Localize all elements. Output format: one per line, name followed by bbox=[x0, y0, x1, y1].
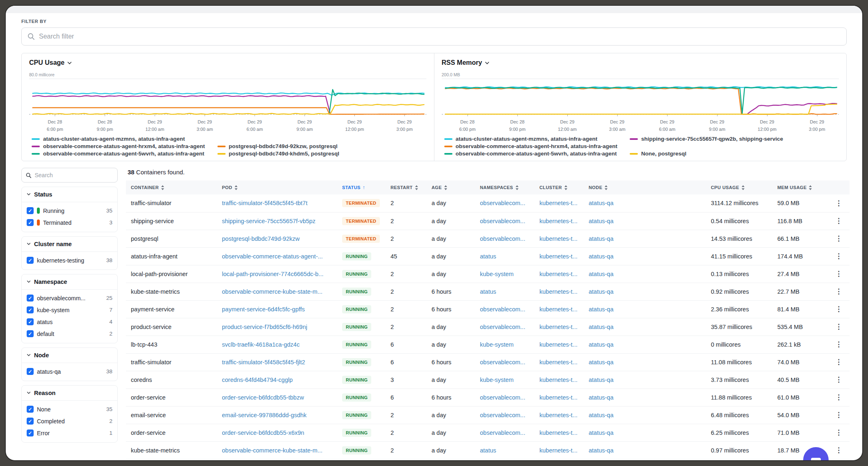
filter-group-header[interactable]: Status bbox=[22, 187, 117, 202]
checkbox-checked[interactable]: ✓ bbox=[27, 306, 34, 313]
legend-item[interactable]: postgresql-bdbdc749d-khdm5, postgresql bbox=[217, 151, 339, 157]
checkbox-checked[interactable]: ✓ bbox=[27, 219, 34, 226]
cell-namespace-link[interactable]: observablecom... bbox=[475, 353, 535, 371]
checkbox-checked[interactable]: ✓ bbox=[27, 368, 34, 375]
kebab-menu-icon[interactable]: ⋮ bbox=[833, 375, 845, 384]
cell-node-link[interactable]: atatus-qa bbox=[584, 406, 706, 424]
cell-pod-link[interactable]: observable-commerce-kube-state-m... bbox=[217, 441, 337, 459]
cell-pod-link[interactable]: postgresql-bdbdc749d-92kzw bbox=[217, 230, 337, 247]
cell-node-link[interactable]: atatus-qa bbox=[584, 230, 706, 247]
kebab-menu-icon[interactable]: ⋮ bbox=[833, 199, 845, 208]
cell-node-link[interactable]: atatus-qa bbox=[584, 194, 706, 212]
cell-node-link[interactable]: atatus-qa bbox=[584, 300, 706, 318]
cell-namespace-link[interactable]: atatus bbox=[475, 247, 535, 265]
kebab-menu-icon[interactable]: ⋮ bbox=[833, 322, 845, 331]
filter-group-header[interactable]: Namespace bbox=[22, 274, 117, 290]
cell-namespace-link[interactable]: observablecom... bbox=[475, 194, 535, 212]
cell-cluster-link[interactable]: kubernetes-t... bbox=[535, 265, 584, 283]
cell-node-link[interactable]: atatus-qa bbox=[584, 424, 706, 441]
column-header-pod[interactable]: POD bbox=[217, 180, 337, 194]
legend-item[interactable]: observable-commerce-atatus-agent-hrxm4, … bbox=[444, 143, 618, 149]
chart-title-dropdown[interactable]: CPU Usage bbox=[29, 59, 427, 66]
cell-node-link[interactable]: atatus-qa bbox=[584, 318, 706, 336]
legend-item[interactable]: observable-commerce-atatus-agent-5wvrh, … bbox=[444, 151, 618, 157]
cell-cluster-link[interactable]: kubernetes-t... bbox=[535, 371, 584, 388]
cell-namespace-link[interactable]: observablecom... bbox=[475, 388, 535, 406]
cell-cluster-link[interactable]: kubernetes-t... bbox=[535, 247, 584, 265]
column-header-mem-usage[interactable]: MEM USAGE bbox=[772, 180, 828, 194]
cell-node-link[interactable]: atatus-qa bbox=[584, 371, 706, 388]
cell-node-link[interactable]: atatus-qa bbox=[584, 336, 706, 353]
checkbox-checked[interactable]: ✓ bbox=[27, 318, 34, 325]
kebab-menu-icon[interactable]: ⋮ bbox=[833, 217, 845, 225]
kebab-menu-icon[interactable]: ⋮ bbox=[833, 340, 845, 349]
legend-item[interactable]: postgresql-bdbdc749d-92kzw, postgresql bbox=[217, 143, 339, 149]
cell-node-link[interactable]: atatus-qa bbox=[584, 212, 706, 230]
cell-node-link[interactable]: atatus-qa bbox=[584, 247, 706, 265]
cell-namespace-link[interactable]: observablecom... bbox=[475, 406, 535, 424]
kebab-menu-icon[interactable]: ⋮ bbox=[833, 411, 845, 419]
cell-cluster-link[interactable]: kubernetes-t... bbox=[535, 406, 584, 424]
legend-item[interactable]: shipping-service-75cc55657f-qpw2b, shipp… bbox=[630, 136, 783, 142]
cell-pod-link[interactable]: product-service-f7bd65cf6-h69nj bbox=[217, 318, 337, 336]
cell-pod-link[interactable]: observable-commerce-kube-state-m... bbox=[217, 283, 337, 300]
kebab-menu-icon[interactable]: ⋮ bbox=[833, 358, 845, 366]
legend-item[interactable]: atatus-cluster-atatus-agent-mzmns, atatu… bbox=[444, 136, 618, 142]
cell-pod-link[interactable]: traffic-simulator-5f458c5f45-fjlt2 bbox=[217, 353, 337, 371]
chart-title-dropdown[interactable]: RSS Memory bbox=[442, 59, 839, 66]
kebab-menu-icon[interactable]: ⋮ bbox=[833, 393, 845, 402]
column-header-node[interactable]: NODE bbox=[584, 180, 706, 194]
cell-node-link[interactable]: atatus-qa bbox=[584, 283, 706, 300]
column-header-status[interactable]: STATUS↑ bbox=[337, 180, 386, 194]
filter-group-header[interactable]: Cluster name bbox=[22, 237, 117, 252]
legend-item[interactable]: atatus-cluster-atatus-agent-mzmns, atatu… bbox=[32, 136, 205, 142]
cell-namespace-link[interactable]: observablecom... bbox=[475, 230, 535, 247]
checkbox-checked[interactable]: ✓ bbox=[27, 330, 34, 337]
kebab-menu-icon[interactable]: ⋮ bbox=[833, 305, 845, 313]
legend-item[interactable]: observable-commerce-atatus-agent-5wvrh, … bbox=[32, 151, 205, 157]
cell-node-link[interactable]: atatus-qa bbox=[584, 353, 706, 371]
cell-namespace-link[interactable]: kube-system bbox=[475, 336, 535, 353]
search-filter-box[interactable] bbox=[21, 27, 847, 46]
cell-namespace-link[interactable]: observablecom... bbox=[475, 300, 535, 318]
column-header-container[interactable]: CONTAINER bbox=[126, 180, 217, 194]
legend-item[interactable]: None, postgresql bbox=[630, 151, 783, 157]
kebab-menu-icon[interactable]: ⋮ bbox=[833, 234, 845, 243]
kebab-menu-icon[interactable]: ⋮ bbox=[833, 446, 845, 455]
sidebar-search-box[interactable] bbox=[21, 168, 118, 183]
cell-cluster-link[interactable]: kubernetes-t... bbox=[535, 336, 584, 353]
cell-pod-link[interactable]: observable-commerce-atatus-agent-... bbox=[217, 247, 337, 265]
cell-cluster-link[interactable]: kubernetes-t... bbox=[535, 318, 584, 336]
checkbox-checked[interactable]: ✓ bbox=[27, 257, 34, 264]
cell-pod-link[interactable]: coredns-64fd4b4794-cgglp bbox=[217, 371, 337, 388]
checkbox-checked[interactable]: ✓ bbox=[27, 295, 34, 302]
cell-cluster-link[interactable]: kubernetes-t... bbox=[535, 424, 584, 441]
checkbox-checked[interactable]: ✓ bbox=[27, 406, 34, 413]
cell-pod-link[interactable]: svclb-traefik-4618a1ca-gdz4c bbox=[217, 336, 337, 353]
cell-cluster-link[interactable]: kubernetes-t... bbox=[535, 441, 584, 459]
cell-node-link[interactable]: atatus-qa bbox=[584, 441, 706, 459]
column-header-cluster[interactable]: CLUSTER bbox=[535, 180, 584, 194]
cell-namespace-link[interactable]: observablecom... bbox=[475, 318, 535, 336]
search-filter-input[interactable] bbox=[39, 33, 841, 40]
legend-item[interactable]: observable-commerce-atatus-agent-hrxm4, … bbox=[32, 143, 205, 149]
cell-node-link[interactable]: atatus-qa bbox=[584, 388, 706, 406]
kebab-menu-icon[interactable]: ⋮ bbox=[833, 270, 845, 278]
checkbox-checked[interactable]: ✓ bbox=[27, 418, 34, 425]
cell-pod-link[interactable]: traffic-simulator-5f458c5f45-tbt7t bbox=[217, 194, 337, 212]
cell-cluster-link[interactable]: kubernetes-t... bbox=[535, 300, 584, 318]
cell-pod-link[interactable]: payment-service-6d4fc5fc-gpffs bbox=[217, 300, 337, 318]
cell-node-link[interactable]: atatus-qa bbox=[584, 265, 706, 283]
sidebar-search-input[interactable] bbox=[34, 172, 113, 178]
column-header-namespaces[interactable]: NAMESPACES bbox=[475, 180, 535, 194]
cell-cluster-link[interactable]: kubernetes-t... bbox=[535, 353, 584, 371]
column-header-age[interactable]: AGE bbox=[427, 180, 475, 194]
cell-namespace-link[interactable]: observablecom... bbox=[475, 212, 535, 230]
cell-cluster-link[interactable]: kubernetes-t... bbox=[535, 194, 584, 212]
checkbox-checked[interactable]: ✓ bbox=[27, 207, 34, 214]
cell-pod-link[interactable]: order-service-b6fdcdb55-x6x9n bbox=[217, 424, 337, 441]
kebab-menu-icon[interactable]: ⋮ bbox=[833, 428, 845, 437]
kebab-menu-icon[interactable]: ⋮ bbox=[833, 252, 845, 260]
column-header-restart[interactable]: RESTART bbox=[386, 180, 427, 194]
cell-pod-link[interactable]: order-service-b6fdcdb55-tbbzw bbox=[217, 388, 337, 406]
